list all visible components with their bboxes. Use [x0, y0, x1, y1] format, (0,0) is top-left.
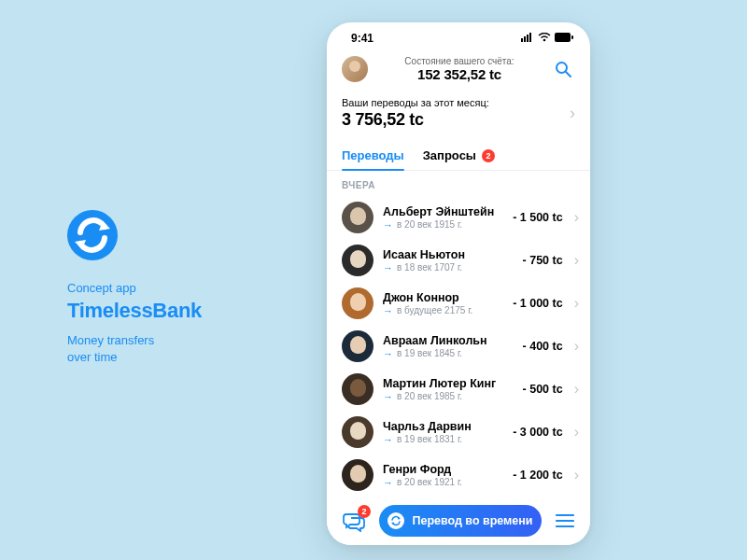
transaction-row[interactable]: Чарльз Дарвин→в 19 век 1831 г.- 3 000 tc…: [327, 411, 590, 454]
list-section-label: ВЧЕРА: [327, 171, 590, 196]
svg-rect-8: [571, 35, 573, 39]
tab-requests[interactable]: Запросы 2: [423, 141, 495, 170]
tabs: Переводы Запросы 2: [327, 141, 590, 171]
transfer-destination: →в 20 век 1915 г.: [383, 219, 503, 231]
time-transfer-button[interactable]: Перевод во времени: [379, 505, 542, 537]
contact-avatar: [342, 287, 374, 319]
transfer-amount: - 3 000 tc: [513, 426, 563, 439]
search-icon: [554, 60, 572, 78]
battery-icon: [555, 32, 573, 45]
transfer-destination: →в 20 век 1921 г.: [383, 477, 503, 488]
balance-value: 152 352,52 tc: [374, 66, 545, 82]
chevron-right-icon: ›: [574, 338, 579, 355]
svg-rect-3: [524, 36, 526, 42]
transfer-destination: →в 20 век 1985 г.: [383, 391, 514, 402]
transfer-destination: →в 19 век 1831 г.: [383, 434, 503, 445]
contact-name: Генри Форд: [383, 463, 503, 476]
chevron-right-icon: ›: [570, 104, 575, 123]
signal-icon: [521, 32, 534, 45]
contact-name: Джон Коннор: [383, 291, 503, 304]
svg-rect-2: [521, 38, 523, 42]
transfer-destination: →в 19 век 1845 г.: [383, 348, 514, 359]
header: Состояние вашего счёта: 152 352,52 tc: [327, 50, 590, 93]
svg-rect-4: [527, 35, 529, 42]
menu-button[interactable]: [553, 509, 577, 533]
transfer-amount: - 1 500 tc: [513, 211, 563, 224]
transfer-amount: - 500 tc: [523, 383, 563, 396]
arrow-right-icon: →: [383, 348, 393, 359]
transaction-row[interactable]: Джон Коннор→в будущее 2175 г.- 1 000 tc›: [327, 282, 590, 325]
requests-badge: 2: [482, 149, 495, 162]
transaction-row[interactable]: Исаак Ньютон→в 18 век 1707 г.- 750 tc›: [327, 239, 590, 282]
contact-avatar: [342, 245, 374, 276]
transfer-amount: - 1 000 tc: [513, 297, 563, 310]
month-summary[interactable]: Ваши переводы за этот месяц: 3 756,52 tc…: [327, 93, 590, 141]
chevron-right-icon: ›: [574, 252, 579, 269]
wifi-icon: [538, 32, 551, 45]
arrow-right-icon: →: [383, 262, 393, 273]
svg-marker-11: [398, 517, 401, 520]
contact-name: Мартин Лютер Кинг: [383, 377, 514, 390]
arrow-right-icon: →: [383, 305, 393, 316]
search-button[interactable]: [551, 57, 575, 81]
chevron-right-icon: ›: [574, 295, 579, 312]
chevron-right-icon: ›: [574, 209, 579, 226]
contact-name: Чарльз Дарвин: [383, 420, 503, 433]
arrow-right-icon: →: [383, 391, 393, 402]
transaction-row[interactable]: Авраам Линкольн→в 19 век 1845 г.- 400 tc…: [327, 325, 590, 368]
contact-avatar: [342, 459, 374, 491]
chevron-right-icon: ›: [574, 381, 579, 398]
tab-label: Запросы: [423, 148, 476, 162]
balance-box[interactable]: Состояние вашего счёта: 152 352,52 tc: [374, 56, 545, 82]
transaction-row[interactable]: Мартин Лютер Кинг→в 20 век 1985 г.- 500 …: [327, 368, 590, 411]
transaction-row[interactable]: Альберт Эйнштейн→в 20 век 1915 г.- 1 500…: [327, 196, 590, 239]
contact-name: Исаак Ньютон: [383, 248, 514, 261]
menu-icon: [556, 513, 574, 528]
chevron-right-icon: ›: [574, 424, 579, 441]
transfer-amount: - 400 tc: [523, 340, 563, 353]
status-bar: 9:41: [327, 22, 590, 50]
chat-badge: 2: [358, 505, 371, 518]
chevron-right-icon: ›: [574, 467, 579, 483]
arrow-right-icon: →: [383, 434, 393, 445]
promo-block: Concept app TimelessBank Money transfers…: [67, 210, 254, 365]
promo-subtitle: Money transfers over time: [67, 332, 254, 365]
cta-label: Перевод во времени: [412, 514, 532, 527]
promo-concept: Concept app: [67, 281, 254, 295]
month-value: 3 756,52 tc: [342, 110, 570, 130]
svg-rect-5: [529, 33, 531, 42]
tab-label: Переводы: [342, 148, 404, 162]
user-avatar[interactable]: [342, 56, 368, 82]
chat-button[interactable]: 2: [340, 507, 368, 535]
transfer-amount: - 1 200 tc: [513, 469, 563, 482]
arrow-right-icon: →: [383, 477, 393, 488]
transaction-list[interactable]: ВЧЕРА Альберт Эйнштейн→в 20 век 1915 г.-…: [327, 171, 590, 545]
contact-name: Альберт Эйнштейн: [383, 205, 503, 218]
transfer-destination: →в будущее 2175 г.: [383, 305, 503, 316]
svg-line-10: [566, 72, 571, 77]
svg-marker-12: [391, 523, 394, 525]
contact-avatar: [342, 330, 374, 362]
svg-rect-7: [555, 33, 571, 42]
transfer-destination: →в 18 век 1707 г.: [383, 262, 514, 273]
contact-avatar: [342, 416, 374, 448]
contact-name: Авраам Линкольн: [383, 334, 514, 347]
promo-title: TimelessBank: [67, 299, 254, 323]
tab-transfers[interactable]: Переводы: [342, 141, 404, 170]
arrow-right-icon: →: [383, 219, 393, 231]
balance-label: Состояние вашего счёта:: [374, 56, 545, 66]
transaction-row[interactable]: Генри Форд→в 20 век 1921 г.- 1 200 tc›: [327, 454, 590, 497]
transfer-icon: [388, 512, 404, 529]
month-label: Ваши переводы за этот месяц:: [342, 97, 570, 108]
transfer-amount: - 750 tc: [523, 254, 563, 267]
status-time: 9:41: [351, 32, 374, 45]
phone-frame: 9:41 Состояние вашего счёта: 152 352,52 …: [327, 22, 590, 545]
svg-point-6: [543, 39, 546, 42]
contact-avatar: [342, 202, 374, 233]
bottom-bar: 2 Перевод во времени: [327, 497, 590, 545]
contact-avatar: [342, 373, 374, 405]
app-logo: [67, 210, 118, 260]
